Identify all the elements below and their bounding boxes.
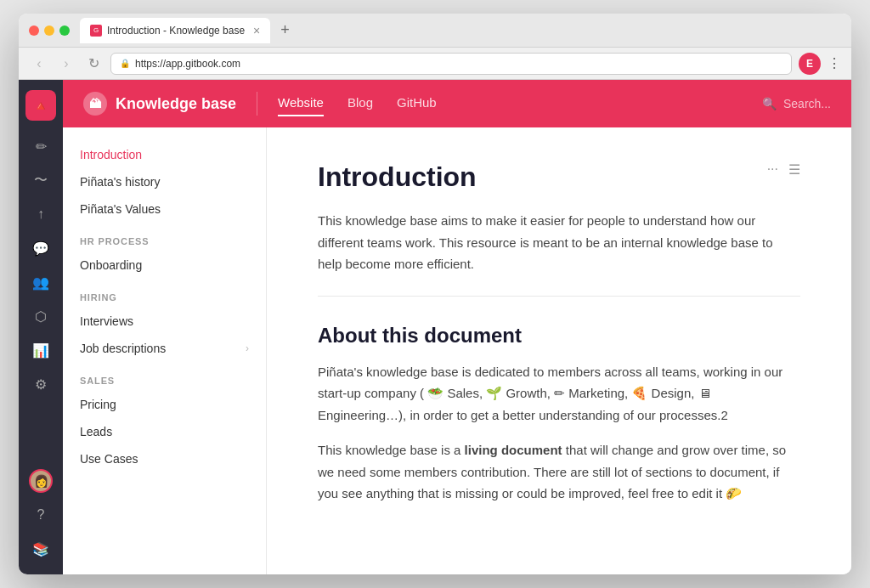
browser-window: G Introduction - Knowledge base × + ‹ › … bbox=[19, 14, 851, 574]
tab-favicon: G bbox=[90, 25, 102, 37]
team-icon[interactable]: 👥 bbox=[25, 267, 56, 297]
sidebar-hr-section: HR PROCESS Onboarding bbox=[63, 229, 266, 279]
icon-sidebar-top: 🔺 ✏ 〜 ↑ 💬 👥 ⬡ 📊 ⚙ bbox=[25, 90, 56, 462]
analytics-icon[interactable]: 〜 bbox=[25, 165, 56, 195]
intro-paragraph: This knowledge base aims to make it easi… bbox=[318, 210, 800, 275]
section-paragraph-1: Piñata's knowledge base is dedicated to … bbox=[318, 361, 800, 427]
tab-bar: G Introduction - Knowledge base × + bbox=[80, 18, 841, 43]
sidebar-item-onboarding[interactable]: Onboarding bbox=[63, 252, 266, 279]
brand-logo-icon: 🔺 bbox=[32, 98, 49, 114]
top-nav: 🏔 Knowledge base Website Blog GitHub 🔍 S… bbox=[63, 80, 851, 127]
paragraph-2-bold: living document bbox=[465, 443, 562, 457]
brand-logo: 🏔 bbox=[83, 92, 107, 116]
content-actions: ··· ☰ bbox=[767, 161, 800, 178]
brand-icon[interactable]: 🔺 bbox=[25, 90, 56, 121]
url-text: https://app.gitbook.com bbox=[135, 58, 240, 70]
hr-section-label: HR PROCESS bbox=[63, 229, 266, 252]
books-icon[interactable]: 📚 bbox=[25, 534, 56, 564]
left-sidebar: Introduction Piñata's history Piñata's V… bbox=[63, 127, 267, 574]
content-area: Introduction Piñata's history Piñata's V… bbox=[63, 127, 851, 574]
refresh-button[interactable]: ↻ bbox=[83, 55, 104, 71]
chevron-icon: › bbox=[246, 342, 249, 354]
secure-icon: 🔒 bbox=[120, 59, 130, 68]
forward-button[interactable]: › bbox=[56, 56, 76, 71]
tab-title: Introduction - Knowledge base bbox=[107, 25, 245, 37]
user-profile-icon[interactable]: 👩 bbox=[25, 466, 56, 496]
comment-icon[interactable]: 💬 bbox=[25, 233, 56, 263]
help-icon[interactable]: ? bbox=[25, 500, 56, 530]
sidebar-item-interviews[interactable]: Interviews bbox=[63, 308, 266, 335]
more-options-icon[interactable]: ··· bbox=[767, 161, 778, 178]
close-button[interactable] bbox=[29, 25, 39, 36]
share-icon[interactable]: ↑ bbox=[25, 199, 56, 229]
content-divider bbox=[318, 296, 800, 297]
sidebar-sales-section: SALES Pricing Leads Use Cases bbox=[63, 369, 266, 472]
search-icon: 🔍 bbox=[762, 97, 777, 110]
edit-icon[interactable]: ✏ bbox=[25, 131, 56, 161]
sidebar-item-use-cases[interactable]: Use Cases bbox=[63, 445, 266, 472]
nav-link-website[interactable]: Website bbox=[278, 95, 324, 113]
paragraph-2-pre: This knowledge base is a bbox=[318, 443, 465, 457]
new-tab-button[interactable]: + bbox=[274, 21, 297, 39]
sidebar-hiring-section: HIRING Interviews Job descriptions › bbox=[63, 286, 266, 362]
sidebar-item-history[interactable]: Piñata's history bbox=[63, 168, 266, 195]
traffic-lights bbox=[29, 25, 70, 36]
page-title: Introduction bbox=[318, 161, 477, 193]
top-nav-links: Website Blog GitHub bbox=[278, 95, 762, 113]
content-body: This knowledge base aims to make it easi… bbox=[318, 210, 800, 505]
user-avatar[interactable]: E bbox=[799, 53, 821, 75]
search-placeholder: Search... bbox=[783, 97, 831, 110]
browser-toolbar: ‹ › ↻ 🔒 https://app.gitbook.com E ⋮ bbox=[19, 48, 851, 80]
sales-section-label: SALES bbox=[63, 369, 266, 391]
tab-close-button[interactable]: × bbox=[253, 24, 260, 37]
sidebar-item-pricing[interactable]: Pricing bbox=[63, 391, 266, 418]
nav-link-blog[interactable]: Blog bbox=[347, 95, 373, 113]
titlebar: G Introduction - Knowledge base × + bbox=[19, 14, 851, 48]
brand-name: 🏔 Knowledge base bbox=[83, 92, 236, 116]
sidebar-item-leads[interactable]: Leads bbox=[63, 418, 266, 445]
active-tab[interactable]: G Introduction - Knowledge base × bbox=[80, 18, 270, 43]
icon-sidebar: 🔺 ✏ 〜 ↑ 💬 👥 ⬡ 📊 ⚙ 👩 ? 📚 bbox=[19, 80, 63, 574]
section-paragraph-2: This knowledge base is a living document… bbox=[318, 439, 800, 505]
minimize-button[interactable] bbox=[44, 25, 54, 36]
chart-icon[interactable]: 📊 bbox=[25, 335, 56, 365]
hiring-section-label: HIRING bbox=[63, 286, 266, 308]
search-bar[interactable]: 🔍 Search... bbox=[762, 97, 831, 110]
brand-text: Knowledge base bbox=[116, 95, 236, 113]
sidebar-item-job-descriptions[interactable]: Job descriptions › bbox=[63, 335, 266, 362]
back-button[interactable]: ‹ bbox=[29, 56, 49, 71]
content-header: Introduction ··· ☰ bbox=[318, 161, 800, 193]
url-bar[interactable]: 🔒 https://app.gitbook.com bbox=[110, 53, 792, 75]
maximize-button[interactable] bbox=[59, 25, 70, 36]
main-content: Introduction ··· ☰ This knowledge base a… bbox=[267, 127, 851, 574]
sidebar-item-values[interactable]: Piñata's Values bbox=[63, 195, 266, 223]
sidebar-item-introduction[interactable]: Introduction bbox=[63, 141, 266, 168]
box-icon[interactable]: ⬡ bbox=[25, 301, 56, 331]
toc-icon[interactable]: ☰ bbox=[788, 161, 800, 178]
sidebar-top-section: Introduction Piñata's history Piñata's V… bbox=[63, 141, 266, 223]
icon-sidebar-bottom: 👩 ? 📚 bbox=[25, 466, 56, 564]
section-title: About this document bbox=[318, 324, 800, 348]
nav-divider bbox=[257, 92, 257, 116]
browser-menu-button[interactable]: ⋮ bbox=[828, 55, 841, 71]
nav-link-github[interactable]: GitHub bbox=[397, 95, 437, 113]
settings-icon[interactable]: ⚙ bbox=[25, 369, 56, 399]
app-layout: 🔺 ✏ 〜 ↑ 💬 👥 ⬡ 📊 ⚙ 👩 ? 📚 bbox=[19, 80, 851, 574]
